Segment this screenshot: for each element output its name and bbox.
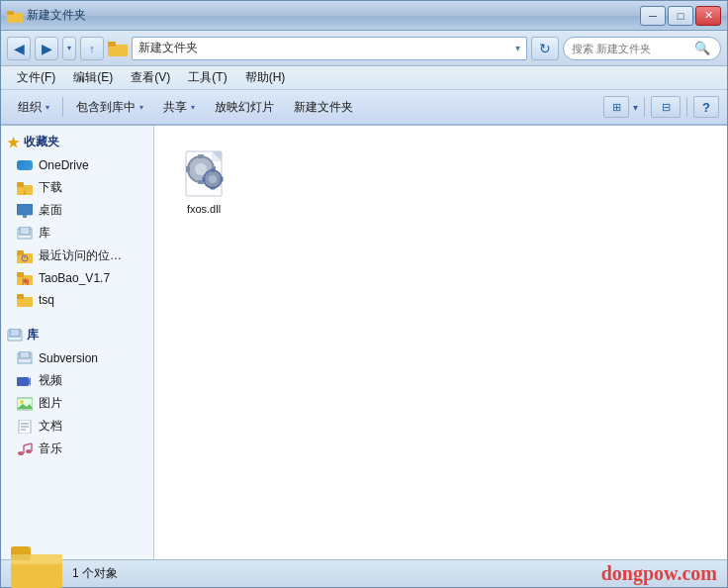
view-menu-button[interactable]: ⊞ [603, 96, 629, 118]
menu-edit[interactable]: 编辑(E) [65, 67, 121, 88]
include-button[interactable]: 包含到库中 ▾ [67, 93, 152, 121]
main-area: ★ 收藏夹 OneDrive ↓ 下载 [1, 126, 727, 559]
tsq-folder-icon [17, 293, 33, 307]
search-icon: 🔍 [694, 41, 710, 55]
search-box[interactable]: 🔍 [563, 37, 721, 60]
sidebar-item-music[interactable]: 音乐 [1, 438, 153, 460]
svg-rect-23 [20, 351, 30, 358]
svg-rect-1 [7, 11, 14, 15]
address-path-arrow: ▾ [515, 43, 520, 53]
status-count: 1 个对象 [72, 565, 118, 582]
recent-icon [17, 249, 33, 263]
library-section-icon [7, 329, 23, 343]
address-bar: ◀ ▶ ▾ ↑ 新建文件夹 ▾ ↻ 🔍 [1, 31, 727, 66]
forward-button[interactable]: ▶ [35, 37, 58, 60]
new-folder-label: 新建文件夹 [294, 99, 353, 116]
sidebar-item-subversion[interactable]: Subversion [1, 347, 153, 369]
sidebar-item-taobao-label: TaoBao_V1.7 [39, 271, 110, 285]
sidebar-item-onedrive-label: OneDrive [39, 158, 89, 172]
menu-view[interactable]: 查看(V) [123, 67, 178, 88]
menu-file[interactable]: 文件(F) [9, 67, 63, 88]
content-area: fxos.dll [154, 126, 727, 559]
dll-file-icon [179, 142, 228, 199]
sidebar-item-library[interactable]: 库 [1, 222, 153, 245]
sidebar: ★ 收藏夹 OneDrive ↓ 下载 [1, 126, 154, 559]
window-title: 新建文件夹 [27, 7, 86, 24]
onedrive-icon [17, 160, 33, 170]
sidebar-item-recent[interactable]: 最近访问的位… [1, 245, 153, 267]
sidebar-item-desktop[interactable]: 桌面 [1, 199, 153, 222]
new-folder-button[interactable]: 新建文件夹 [285, 93, 362, 121]
favorites-header: ★ 收藏夹 [1, 130, 153, 154]
refresh-button[interactable]: ↻ [531, 37, 559, 60]
svg-line-37 [24, 443, 32, 445]
svg-point-33 [18, 451, 24, 455]
search-input[interactable] [572, 43, 690, 54]
menu-bar: 文件(F) 编辑(E) 查看(V) 工具(T) 帮助(H) [1, 66, 727, 90]
share-arrow-icon: ▾ [191, 103, 195, 112]
sidebar-item-library-label: 库 [39, 225, 50, 242]
minimize-button[interactable]: ─ [640, 6, 666, 26]
sidebar-item-document[interactable]: 文档 [1, 415, 153, 438]
subversion-icon [17, 351, 33, 365]
watermark-text: dongpow.com [601, 562, 717, 585]
toolbar-sep-3 [686, 97, 687, 117]
menu-help[interactable]: 帮助(H) [237, 67, 294, 88]
window: 新建文件夹 ─ □ ✕ ◀ ▶ ▾ ↑ 新建文件夹 ▾ ↻ 🔍 文件(F) 编辑 [0, 0, 728, 588]
image-icon [17, 397, 33, 411]
nav-dropdown[interactable]: ▾ [62, 37, 76, 60]
svg-rect-49 [211, 169, 216, 172]
sidebar-item-desktop-label: 桌面 [39, 202, 62, 219]
details-pane-button[interactable]: ⊟ [651, 96, 681, 118]
svg-rect-7 [17, 204, 33, 215]
sidebar-item-onedrive[interactable]: OneDrive [1, 154, 153, 176]
desktop-icon [17, 204, 33, 218]
sidebar-item-taobao[interactable]: 淘 TaoBao_V1.7 [1, 267, 153, 289]
library-icon [17, 227, 33, 241]
library-header-label: 库 [27, 327, 39, 343]
music-icon [17, 442, 33, 456]
menu-tools[interactable]: 工具(T) [180, 67, 234, 88]
svg-rect-12 [17, 250, 24, 255]
title-bar: 新建文件夹 ─ □ ✕ [1, 1, 727, 31]
svg-point-48 [209, 175, 217, 183]
svg-marker-25 [29, 377, 31, 386]
organize-label: 组织 [18, 99, 42, 116]
slideshow-label: 放映幻灯片 [215, 99, 274, 116]
document-icon [17, 420, 33, 434]
up-button[interactable]: ↑ [80, 37, 104, 60]
svg-rect-24 [17, 377, 29, 386]
address-path-text: 新建文件夹 [138, 40, 511, 56]
star-icon: ★ [7, 135, 20, 150]
back-button[interactable]: ◀ [7, 37, 31, 60]
share-button[interactable]: 共享 ▾ [154, 93, 204, 121]
include-arrow-icon: ▾ [139, 103, 143, 112]
sidebar-item-recent-label: 最近访问的位… [39, 247, 122, 264]
file-item-fxos-dll[interactable]: fxos.dll [164, 136, 243, 221]
svg-rect-3 [108, 42, 116, 47]
svg-text:淘: 淘 [22, 278, 29, 285]
close-button[interactable]: ✕ [695, 6, 721, 26]
toolbar-sep-2 [644, 97, 645, 117]
taobao-icon: 淘 [17, 271, 33, 285]
sidebar-item-tsq[interactable]: tsq [1, 289, 153, 311]
organize-button[interactable]: 组织 ▾ [9, 93, 58, 121]
sidebar-item-image[interactable]: 图片 [1, 392, 153, 415]
sidebar-item-image-label: 图片 [39, 395, 62, 412]
help-button[interactable]: ? [693, 96, 719, 118]
slideshow-button[interactable]: 放映幻灯片 [206, 93, 283, 121]
svg-rect-16 [17, 272, 24, 277]
sidebar-item-subversion-label: Subversion [39, 351, 98, 365]
svg-rect-51 [203, 177, 206, 182]
svg-rect-45 [186, 166, 190, 172]
organize-arrow-icon: ▾ [46, 103, 49, 112]
sidebar-item-document-label: 文档 [39, 418, 62, 435]
sidebar-divider [1, 311, 153, 319]
address-path-box[interactable]: 新建文件夹 ▾ [132, 37, 527, 60]
sidebar-item-download[interactable]: ↓ 下载 [1, 176, 153, 199]
svg-text:↓: ↓ [23, 186, 28, 195]
toolbar-right: ⊞ ▾ ⊟ ? [603, 96, 719, 118]
toolbar: 组织 ▾ 包含到库中 ▾ 共享 ▾ 放映幻灯片 新建文件夹 ⊞ ▾ ⊟ ? [1, 90, 727, 126]
maximize-button[interactable]: □ [668, 6, 693, 26]
sidebar-item-video[interactable]: 视频 [1, 369, 153, 392]
